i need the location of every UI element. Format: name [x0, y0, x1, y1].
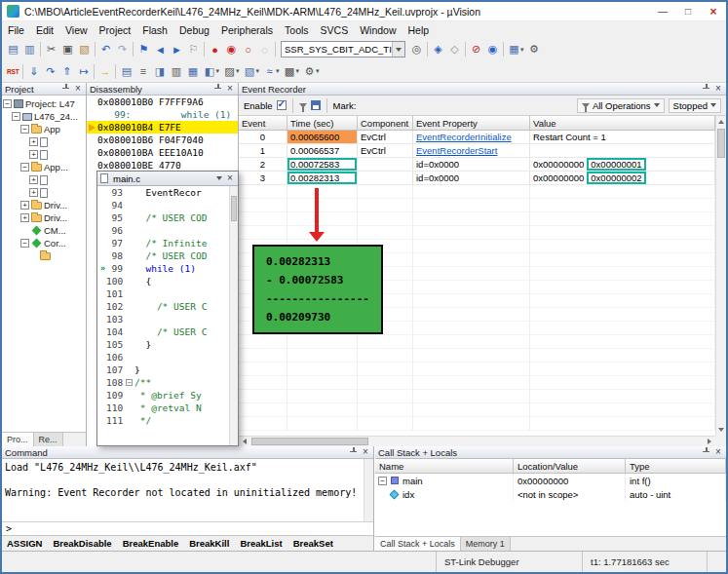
- command-button-breakdisable[interactable]: BreakDisable: [53, 538, 111, 549]
- disassembly-line[interactable]: 0x080010BA EEE10A10: [87, 146, 238, 159]
- close-icon[interactable]: ×: [73, 84, 83, 94]
- serial-window-icon-dropdown[interactable]: ▾: [255, 67, 259, 75]
- editor-line[interactable]: 111 */: [97, 414, 229, 427]
- menu-flash[interactable]: Flash: [136, 21, 173, 38]
- menu-file[interactable]: File: [2, 21, 30, 38]
- editor-line[interactable]: 94: [97, 199, 229, 211]
- memory-window-icon-dropdown[interactable]: ▾: [236, 67, 240, 75]
- disassembly-line[interactable]: 0x080010B4 E7FE: [87, 121, 238, 134]
- close-button[interactable]: ×: [701, 2, 726, 20]
- column-header-property[interactable]: Event Property: [413, 116, 530, 130]
- chevron-down-icon[interactable]: [216, 176, 222, 180]
- editor-line[interactable]: 105 }: [97, 338, 229, 351]
- column-header-location[interactable]: Location/Value: [514, 459, 626, 473]
- scroll-thumb[interactable]: [717, 129, 725, 158]
- editor-vertical-scrollbar[interactable]: [229, 186, 238, 445]
- disassembly-line[interactable]: 0x080010B0 F7FFF9A6: [87, 96, 238, 108]
- tree-item[interactable]: −Cor...: [2, 237, 86, 249]
- run-to-cursor-icon[interactable]: ↦: [75, 63, 92, 80]
- tree-expander[interactable]: +: [29, 137, 38, 146]
- analysis-window-icon-dropdown[interactable]: ▾: [276, 67, 280, 75]
- lookup-combo-dropdown[interactable]: [392, 42, 404, 57]
- breakpoint-insert-icon[interactable]: ●: [207, 41, 223, 57]
- scroll-left-icon[interactable]: [243, 439, 247, 444]
- menu-tools[interactable]: Tools: [279, 21, 315, 38]
- clear-bookmarks-icon[interactable]: ⚐: [185, 41, 202, 57]
- watch-window-icon-dropdown[interactable]: ▾: [215, 67, 219, 75]
- editor-line[interactable]: 110 * @retval N: [97, 402, 229, 414]
- column-header-event[interactable]: Event: [239, 116, 287, 130]
- event-row[interactable]: 20.00072583id=0x00000x000000000x00000001: [239, 158, 715, 172]
- command-button-breakkill[interactable]: BreakKill: [189, 538, 229, 549]
- menu-help[interactable]: Help: [402, 21, 436, 38]
- event-row[interactable]: 30.00282313id=0x00000x000000000x00000002: [239, 172, 715, 185]
- tree-expander[interactable]: −: [3, 99, 12, 108]
- editor-line[interactable]: 98 /* USER COD: [97, 249, 229, 262]
- row-expander[interactable]: −: [378, 477, 387, 485]
- column-header-time[interactable]: Time (sec): [287, 116, 358, 130]
- save-events-icon[interactable]: [311, 100, 321, 110]
- pin-icon[interactable]: [61, 84, 70, 94]
- tree-item[interactable]: −Project: L47: [2, 97, 86, 110]
- save-icon[interactable]: ▤: [5, 41, 21, 57]
- toolbox-icon-dropdown[interactable]: ▾: [316, 67, 320, 75]
- lookup-combo[interactable]: SSR_SYS_CBIT_ADC_TIME: [281, 41, 405, 57]
- command-button-assign[interactable]: ASSIGN: [7, 538, 42, 549]
- redo-icon[interactable]: ↷: [114, 41, 131, 57]
- tree-item[interactable]: +Driv...: [2, 199, 86, 211]
- breakpoint-clear-all-icon[interactable]: ◌: [256, 41, 273, 57]
- disassembly-line[interactable]: 99: while (1): [87, 108, 238, 121]
- next-bookmark-icon[interactable]: ►: [169, 41, 185, 57]
- menu-project[interactable]: Project: [94, 21, 137, 38]
- disassembly-line[interactable]: 0x080010B6 F04F7040: [87, 134, 238, 146]
- scroll-down-icon[interactable]: [718, 428, 724, 432]
- configure-tools-icon[interactable]: ⚙: [526, 41, 543, 57]
- command-button-breaklist[interactable]: BreakList: [240, 538, 282, 549]
- find-in-files-icon[interactable]: ◎: [408, 41, 425, 57]
- close-icon[interactable]: ×: [713, 447, 723, 457]
- copy-icon[interactable]: ▣: [59, 41, 76, 57]
- callstack-row[interactable]: −main0x00000000int f(): [375, 474, 726, 487]
- tree-expander[interactable]: −: [20, 239, 29, 248]
- close-icon[interactable]: ×: [225, 84, 235, 94]
- paste-icon[interactable]: ▧: [76, 41, 93, 57]
- editor-line[interactable]: 107}: [97, 364, 229, 376]
- pin-icon[interactable]: [213, 84, 222, 94]
- close-icon[interactable]: ×: [713, 84, 723, 94]
- tree-item[interactable]: +: [2, 186, 86, 199]
- event-row[interactable]: 10.00066537EvCtrlEventRecorderStart: [239, 144, 715, 158]
- save-all-icon[interactable]: ▥: [21, 41, 38, 57]
- command-window-icon[interactable]: ▤: [118, 63, 134, 80]
- command-scrollbar[interactable]: [364, 459, 373, 521]
- tree-item[interactable]: +Driv...: [2, 211, 86, 224]
- menu-window[interactable]: Window: [354, 21, 402, 38]
- menu-view[interactable]: View: [59, 21, 94, 38]
- editor-line[interactable]: 109 * @brief Sy: [97, 389, 229, 402]
- tree-expander[interactable]: −: [20, 125, 29, 134]
- column-header-value[interactable]: Value: [530, 116, 715, 130]
- recorder-status-dropdown[interactable]: Stopped: [669, 98, 721, 113]
- tree-expander[interactable]: +: [29, 175, 38, 184]
- step-into-icon[interactable]: ⇓: [25, 63, 42, 80]
- tree-expander[interactable]: −: [20, 163, 29, 172]
- tab-call-stack-locals[interactable]: Call Stack + Locals: [375, 537, 461, 551]
- horizontal-scrollbar[interactable]: [239, 436, 715, 446]
- step-over-icon[interactable]: ↷: [42, 63, 58, 80]
- undo-icon[interactable]: ↶: [97, 41, 114, 57]
- watch-icon[interactable]: ◈: [430, 41, 446, 57]
- tree-item[interactable]: −App: [2, 123, 86, 135]
- enable-checkbox[interactable]: ✓: [277, 100, 287, 110]
- scroll-up-icon[interactable]: [718, 120, 724, 124]
- scroll-thumb[interactable]: [231, 196, 237, 221]
- tree-item[interactable]: −L476_24...: [2, 110, 86, 123]
- tree-item[interactable]: +: [2, 148, 86, 161]
- editor-line[interactable]: 104 /* USER C: [97, 325, 229, 338]
- editor-line[interactable]: 106: [97, 351, 229, 364]
- editor-line[interactable]: 96: [97, 224, 229, 237]
- prev-bookmark-icon[interactable]: ◄: [152, 41, 169, 57]
- callstack-row[interactable]: idx<not in scope>auto - uint: [375, 487, 726, 501]
- tree-expander[interactable]: +: [29, 150, 38, 159]
- command-button-breakenable[interactable]: BreakEnable: [123, 538, 179, 549]
- editor-line[interactable]: 100 {: [97, 275, 229, 287]
- command-button-breakset[interactable]: BreakSet: [293, 538, 333, 549]
